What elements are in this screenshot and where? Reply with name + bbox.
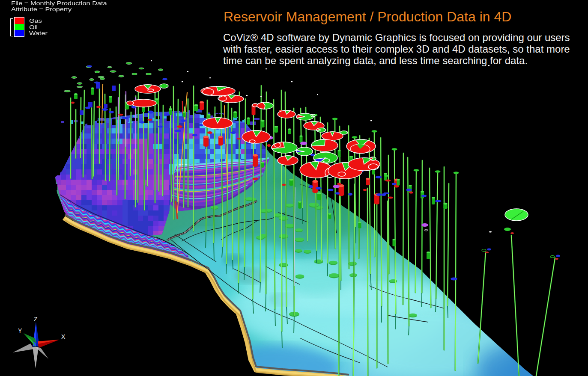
svg-text:Z: Z (34, 316, 38, 323)
svg-text:Y: Y (18, 327, 22, 334)
svg-text:X: X (61, 333, 66, 340)
